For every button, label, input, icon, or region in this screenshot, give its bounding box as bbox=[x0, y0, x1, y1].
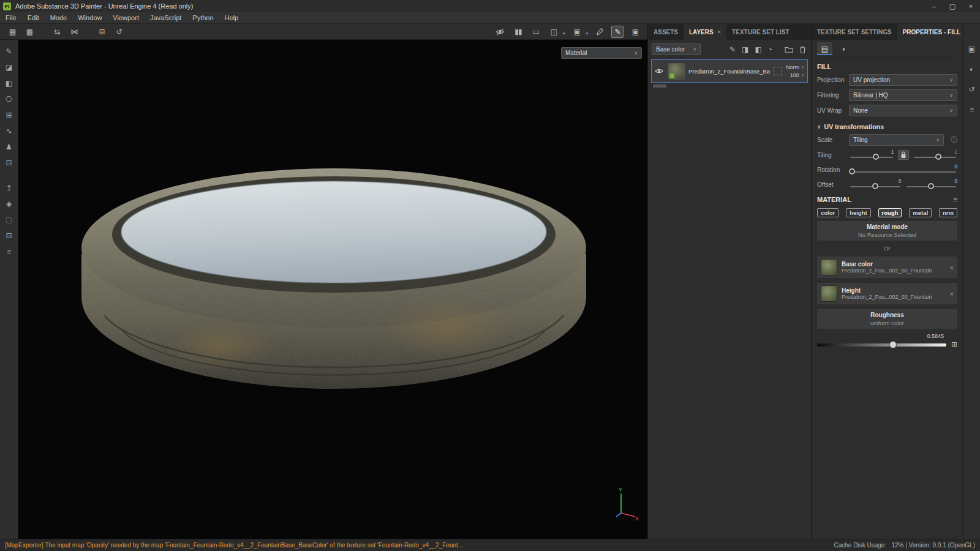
assets-stack-icon[interactable]: ◈ bbox=[2, 197, 16, 210]
display-settings-icon[interactable]: ▣ bbox=[966, 43, 978, 54]
mannequin-tool-icon[interactable]: ♟ bbox=[2, 140, 16, 153]
fill-properties-subtab-icon[interactable]: ▤ bbox=[817, 42, 832, 55]
channel-nrm-button[interactable]: nrm bbox=[939, 208, 957, 217]
clone-tool-icon[interactable]: ⊡ bbox=[2, 156, 16, 169]
render-mode-dropdown-arrow[interactable]: ▾ bbox=[563, 31, 565, 38]
smudge-tool-icon[interactable]: ∿ bbox=[2, 124, 16, 137]
mirror-icon[interactable]: ⇆ bbox=[51, 26, 63, 38]
add-smart-mask-icon[interactable]: ◔ bbox=[768, 45, 772, 54]
menu-python[interactable]: Python bbox=[187, 14, 219, 21]
menu-viewport[interactable]: Viewport bbox=[107, 14, 145, 21]
maximize-button[interactable]: ▢ bbox=[943, 0, 962, 12]
menu-mode[interactable]: Mode bbox=[45, 14, 73, 21]
tiling-u-slider[interactable]: 1 bbox=[849, 149, 894, 160]
color-picker-grid-icon[interactable]: ⊞ bbox=[951, 340, 957, 349]
menu-help[interactable]: Help bbox=[219, 14, 244, 21]
material-mode-box[interactable]: Material mode No Resource Selected bbox=[817, 221, 957, 241]
shading-mode-select[interactable]: Material ∨ bbox=[561, 47, 642, 59]
polygon-fill-tool-icon[interactable]: ⎔ bbox=[2, 92, 16, 105]
share-export-icon[interactable]: ↥ bbox=[2, 181, 16, 194]
close-window-button[interactable]: × bbox=[962, 0, 980, 12]
symmetry-icon[interactable]: ⋈ bbox=[68, 26, 80, 38]
active-brush-tool-icon[interactable]: ✎ bbox=[611, 26, 624, 38]
offset-v-slider[interactable]: 0 bbox=[905, 179, 958, 190]
pause-engine-icon[interactable]: ▮▮ bbox=[512, 26, 524, 38]
tab-texture-set-settings[interactable]: TEXTURE SET SETTINGS bbox=[812, 24, 897, 40]
screenshot-camera-icon[interactable]: ▣ bbox=[629, 26, 641, 38]
channel-filter-select[interactable]: Base color ∨ bbox=[652, 43, 701, 55]
material-section-heading: MATERIAL ≡ bbox=[817, 195, 957, 204]
tab-texture-set-settings-label: TEXTURE SET SETTINGS bbox=[817, 29, 892, 36]
chevron-down-icon: ∨ bbox=[693, 47, 696, 52]
blend-mode-select[interactable]: Norm ∨ bbox=[786, 64, 804, 70]
tab-close-icon[interactable]: × bbox=[717, 28, 721, 36]
material-properties-subtab-icon[interactable]: ◑ bbox=[835, 42, 851, 55]
layer-row-selected[interactable]: Predatron_2_FountainBase_Base_C... Norm … bbox=[651, 59, 808, 83]
menu-edit[interactable]: Edit bbox=[22, 14, 45, 21]
log-panel-icon[interactable]: ≡ bbox=[966, 104, 978, 115]
tiling-v-slider[interactable]: 1 bbox=[913, 149, 958, 160]
info-icon[interactable]: ⓘ bbox=[951, 135, 957, 144]
color-dropper-icon[interactable] bbox=[594, 26, 606, 38]
tiling-lock-icon[interactable] bbox=[898, 150, 909, 160]
delete-layer-icon[interactable] bbox=[799, 46, 806, 53]
projection-select[interactable]: UV projection ∨ bbox=[849, 74, 957, 86]
add-fill-layer-icon[interactable]: ◨ bbox=[742, 45, 748, 54]
add-folder-icon[interactable] bbox=[785, 46, 793, 53]
projection-tool-icon[interactable]: ◧ bbox=[2, 77, 16, 89]
roughness-value: 0.5845 bbox=[817, 333, 957, 339]
base-color-remove-icon[interactable]: × bbox=[950, 264, 954, 271]
rotation-slider[interactable]: 0 bbox=[849, 164, 957, 175]
texture-set-icon[interactable]: ▢ bbox=[2, 213, 16, 226]
visibility-toggle-icon[interactable] bbox=[494, 26, 507, 38]
history-panel-icon[interactable]: ↺ bbox=[966, 84, 978, 95]
shelf-icon[interactable]: ≡ bbox=[2, 245, 16, 258]
baking-icon[interactable]: ⊟ bbox=[2, 229, 16, 242]
height-remove-icon[interactable]: × bbox=[950, 290, 954, 298]
material-options-menu-icon[interactable]: ≡ bbox=[953, 195, 957, 204]
axis-gizmo[interactable]: Y X bbox=[613, 486, 639, 520]
channel-height-button[interactable]: height bbox=[846, 208, 871, 217]
roughness-mode-box[interactable]: Roughness uniform color bbox=[817, 309, 957, 329]
camera-mode-icon[interactable]: ▣ bbox=[570, 26, 582, 38]
frame-selection-icon[interactable]: ⊞ bbox=[96, 26, 108, 38]
add-paint-layer-icon[interactable]: ◧ bbox=[755, 45, 761, 54]
viewport-layout-icon[interactable]: ▭ bbox=[530, 26, 542, 38]
tab-layers[interactable]: LAYERS × bbox=[684, 24, 726, 40]
layer-visibility-eye-icon[interactable] bbox=[655, 68, 665, 74]
uv-grid-icon[interactable]: ▩ bbox=[23, 26, 36, 38]
viewport-3d[interactable]: Material ∨ Y X bbox=[18, 40, 647, 539]
render-mode-icon[interactable]: ◫ bbox=[548, 26, 560, 38]
camera-dropdown-arrow[interactable]: ▾ bbox=[586, 31, 588, 38]
layer-mask-slot[interactable] bbox=[774, 67, 782, 75]
base-color-resource-slot[interactable]: Base color Predatron_2_Fou...002_00_Foun… bbox=[817, 257, 957, 278]
scale-select[interactable]: Tiling ∨ bbox=[849, 134, 944, 146]
layer-opacity-select[interactable]: 100 ∨ bbox=[790, 72, 804, 78]
menu-javascript[interactable]: JavaScript bbox=[145, 14, 187, 21]
tab-properties-fill[interactable]: PROPERTIES - FILL × bbox=[897, 24, 974, 40]
fountain-model[interactable] bbox=[18, 40, 647, 539]
roughness-slider[interactable] bbox=[817, 340, 946, 349]
geometry-mask-tool-icon[interactable]: ⊞ bbox=[2, 108, 16, 121]
tab-texture-set-list[interactable]: TEXTURE SET LIST bbox=[726, 24, 794, 40]
uv-transformations-heading[interactable]: ∨ UV transformations bbox=[817, 123, 957, 130]
add-effect-icon[interactable]: ✎ bbox=[729, 45, 736, 54]
height-resource-slot[interactable]: Height Predatron_2_Fou...002_00_Fountain… bbox=[817, 283, 957, 304]
channel-metal-button[interactable]: metal bbox=[909, 208, 932, 217]
uv-wrap-select[interactable]: None ∨ bbox=[849, 105, 957, 116]
channel-rough-button[interactable]: rough bbox=[878, 208, 902, 217]
menu-window[interactable]: Window bbox=[72, 14, 107, 21]
minimize-button[interactable]: – bbox=[925, 0, 943, 12]
snap-grid-icon[interactable]: ▦ bbox=[6, 26, 18, 38]
environment-settings-icon[interactable]: ◐ bbox=[966, 64, 978, 75]
paint-tool-icon[interactable]: ✎ bbox=[2, 45, 16, 58]
channel-color-button[interactable]: color bbox=[817, 208, 839, 217]
tab-assets[interactable]: ASSETS bbox=[648, 24, 684, 40]
reset-view-icon[interactable]: ↺ bbox=[113, 26, 125, 38]
roughness-subtitle: uniform color bbox=[818, 320, 956, 326]
offset-u-slider[interactable]: 0 bbox=[849, 179, 902, 190]
eraser-tool-icon[interactable]: ◪ bbox=[2, 61, 16, 73]
menu-file[interactable]: File bbox=[0, 14, 22, 21]
layer-thumbnail[interactable] bbox=[668, 63, 685, 80]
filtering-select[interactable]: Bilinear | HQ ∨ bbox=[849, 89, 957, 101]
